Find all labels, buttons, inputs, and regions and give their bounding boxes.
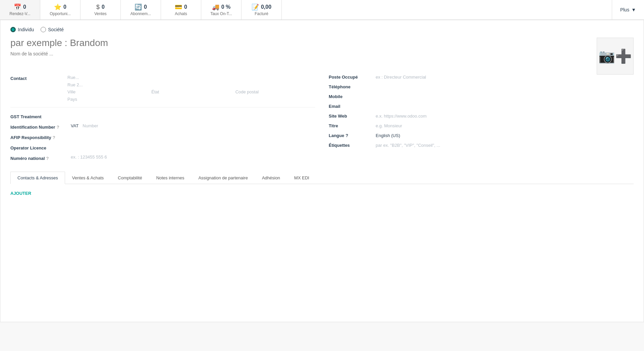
langue-help-icon[interactable]: ?	[345, 133, 348, 138]
afip-help-icon[interactable]: ?	[53, 135, 55, 140]
tab-content: AJOUTER	[10, 184, 634, 196]
ventes-label: Ventes	[94, 11, 107, 16]
operator-licence-row: Operator Licence	[10, 144, 315, 150]
left-column: Contact	[10, 75, 315, 165]
plus-label: Plus	[620, 7, 629, 12]
titre-label: Titre	[329, 123, 372, 128]
poste-occupe-label: Poste Occupé	[329, 75, 372, 80]
operator-licence-input[interactable]	[71, 144, 315, 149]
topbar-item-rendez-vous[interactable]: 📅 0 Rendez-V...	[0, 0, 40, 19]
opportunites-label: Opportuni...	[50, 11, 71, 16]
ajouter-button[interactable]: AJOUTER	[10, 191, 31, 196]
tab-contacts-adresses[interactable]: Contacts & Adresses	[10, 172, 65, 184]
truck-icon: 🚚	[212, 3, 219, 11]
pays-input[interactable]	[67, 97, 124, 102]
site-web-row: Site Web	[329, 114, 634, 119]
site-web-label: Site Web	[329, 114, 372, 119]
telephone-label: Téléphone	[329, 84, 372, 89]
invoice-icon: 📝	[252, 3, 259, 11]
numero-national-help-icon[interactable]: ?	[46, 156, 49, 161]
tab-mx-edi[interactable]: MX EDI	[287, 172, 316, 184]
radio-individu-label[interactable]: Individu	[10, 27, 34, 32]
form-main-section: Contact	[10, 75, 634, 165]
rue-input[interactable]	[67, 75, 124, 80]
telephone-input[interactable]	[376, 84, 634, 89]
gst-treatment-input[interactable]	[71, 113, 315, 118]
facture-label: Facturé	[255, 11, 268, 16]
taux-label: Taux On-T...	[210, 11, 232, 16]
afip-responsibility-label: AFIP Responsibility ?	[10, 134, 67, 140]
etiquettes-row: Étiquettes	[329, 143, 634, 148]
operator-licence-label: Operator Licence	[10, 144, 67, 150]
site-web-input[interactable]	[376, 114, 634, 119]
radio-societe[interactable]	[41, 27, 46, 32]
right-column: Poste Occupé Téléphone Mobile	[329, 75, 634, 165]
form-left	[10, 38, 597, 63]
telephone-row: Téléphone	[329, 84, 634, 89]
star-icon: ⭐	[54, 3, 61, 11]
identification-number-row: Identification Number ? VAT	[10, 123, 315, 130]
etiquettes-label: Étiquettes	[329, 143, 372, 148]
ville-input[interactable]	[67, 89, 147, 94]
refresh-icon: 🔄	[135, 3, 142, 11]
gst-treatment-row: GST Treatment	[10, 113, 315, 119]
abonnements-label: Abonnem...	[130, 11, 151, 16]
contact-label: Contact	[10, 75, 67, 81]
tab-comptabilite[interactable]: Comptabilité	[111, 172, 149, 184]
tab-assignation-partenaire[interactable]: Assignation de partenaire	[191, 172, 255, 184]
identification-number-label: Identification Number ?	[10, 123, 67, 130]
langue-value: English (US)	[376, 133, 400, 138]
code-postal-input[interactable]	[235, 89, 315, 94]
langue-label: Langue ?	[329, 133, 372, 138]
dollar-icon: $	[96, 4, 100, 11]
topbar-item-opportunites[interactable]: ⭐ 0 Opportuni...	[40, 0, 80, 19]
mobile-label: Mobile	[329, 94, 372, 99]
opportunites-count: 0	[63, 4, 66, 10]
form-header: 📷➕	[10, 38, 634, 75]
email-input[interactable]	[376, 104, 634, 109]
numero-national-input[interactable]	[71, 155, 315, 160]
tab-notes-internes[interactable]: Notes internes	[149, 172, 192, 184]
tab-ventes-achats[interactable]: Ventes & Achats	[65, 172, 111, 184]
achats-count: 0	[184, 4, 187, 10]
gst-treatment-label: GST Treatment	[10, 113, 67, 119]
card-icon: 💳	[175, 3, 182, 11]
identification-inputs: VAT	[71, 123, 139, 128]
ventes-count: 0	[102, 4, 105, 10]
email-label: Email	[329, 104, 372, 109]
tab-adhesion[interactable]: Adhésion	[255, 172, 287, 184]
topbar-item-taux[interactable]: 🚚 0 % Taux On-T...	[201, 0, 241, 19]
societe-text: Société	[48, 27, 64, 32]
identification-help-icon[interactable]: ?	[57, 125, 59, 130]
rendez-vous-count: 0	[23, 4, 26, 10]
topbar-item-facture[interactable]: 📝 0,00 Facturé	[241, 0, 282, 19]
individu-text: Individu	[18, 27, 34, 32]
rue2-input[interactable]	[67, 82, 124, 87]
langue-row: Langue ? English (US)	[329, 133, 634, 138]
top-bar: 📅 0 Rendez-V... ⭐ 0 Opportuni... $ 0 Ven…	[0, 0, 644, 20]
mobile-input[interactable]	[376, 94, 634, 99]
name-input[interactable]	[10, 38, 597, 48]
contact-field-row: Contact	[10, 75, 315, 102]
radio-societe-label[interactable]: Société	[41, 27, 64, 32]
etiquettes-input[interactable]	[376, 143, 634, 148]
company-input[interactable]	[10, 51, 597, 56]
afip-responsibility-input[interactable]	[71, 134, 315, 139]
titre-input[interactable]	[376, 123, 634, 128]
rendez-vous-label: Rendez-V...	[9, 11, 30, 16]
id-number-input[interactable]	[83, 123, 139, 128]
numero-national-label: Numéro national ?	[10, 155, 67, 161]
photo-upload-button[interactable]: 📷➕	[597, 38, 634, 75]
address-inputs	[67, 75, 315, 102]
topbar-item-ventes[interactable]: $ 0 Ventes	[80, 0, 121, 19]
topbar-item-achats[interactable]: 💳 0 Achats	[161, 0, 201, 19]
achats-label: Achats	[175, 11, 187, 16]
vat-type-label: VAT	[71, 123, 78, 128]
topbar-item-abonnements[interactable]: 🔄 0 Abonnem...	[121, 0, 161, 19]
mobile-row: Mobile	[329, 94, 634, 99]
etat-input[interactable]	[151, 89, 231, 94]
plus-button[interactable]: Plus ▼	[612, 0, 644, 19]
radio-individu[interactable]	[10, 27, 16, 32]
facture-count: 0,00	[261, 4, 271, 10]
poste-occupe-input[interactable]	[376, 75, 634, 80]
